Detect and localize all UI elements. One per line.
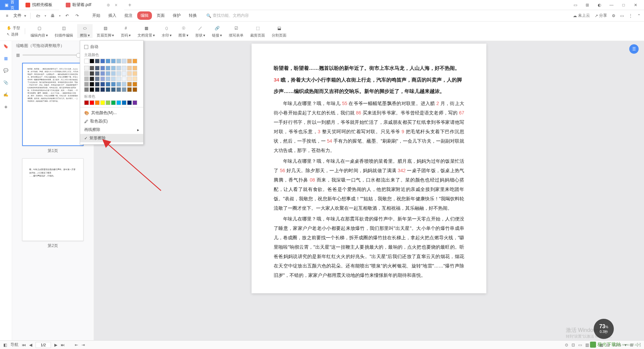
line-erase-option[interactable]: 画线擦除▸ (80, 126, 143, 134)
color-swatch[interactable] (127, 100, 132, 105)
tab-document[interactable]: 盼望着.pdf⊕× (59, 0, 124, 10)
form-button[interactable]: ☑填写表单 (226, 24, 246, 38)
color-swatch[interactable] (100, 59, 105, 63)
color-swatch[interactable] (122, 100, 126, 105)
color-swatch[interactable] (100, 77, 105, 81)
color-swatch[interactable] (132, 66, 137, 70)
color-swatch[interactable] (111, 100, 116, 105)
color-swatch[interactable] (106, 71, 110, 76)
file-menu[interactable]: 文件 (13, 13, 21, 18)
color-swatch[interactable] (122, 87, 126, 92)
color-swatch[interactable] (90, 66, 94, 70)
chevron-down-icon[interactable]: ▾ (59, 14, 61, 17)
color-swatch[interactable] (95, 82, 100, 87)
thumbnail-zoom-slider[interactable] (22, 54, 90, 56)
color-swatch[interactable] (116, 59, 121, 63)
undo-icon[interactable]: ↶ (63, 12, 71, 19)
tab-templates[interactable]: 找稻壳模板 (19, 0, 59, 10)
color-swatch[interactable] (90, 77, 94, 81)
color-swatch[interactable] (84, 100, 89, 105)
nav-toggle-icon[interactable]: ◧ (3, 343, 7, 347)
thumbnail-1[interactable]: 盼望着，盼望着……翘首以盼的新年近了。街市上车水马龙，人山人海，好不热闹。34瞧… (22, 63, 84, 154)
color-swatch[interactable] (106, 87, 110, 92)
color-swatch[interactable] (127, 77, 132, 81)
gear-icon[interactable]: ⚙ (612, 13, 615, 18)
color-swatch[interactable] (106, 100, 110, 105)
tab-edit[interactable]: 编辑 (137, 11, 152, 20)
bookmark-icon[interactable]: 🔖 (3, 43, 9, 50)
color-swatch[interactable] (116, 77, 121, 81)
auto-option[interactable]: 自动 (80, 43, 143, 51)
color-swatch[interactable] (122, 66, 126, 70)
color-swatch[interactable] (111, 77, 116, 81)
nav-label[interactable]: 导航 (10, 342, 18, 348)
tab-page[interactable]: 页面 (153, 11, 168, 20)
comment-icon[interactable]: 💬 (3, 67, 9, 74)
crop-button[interactable]: ⬚裁剪页面 (248, 24, 268, 38)
color-swatch[interactable] (100, 82, 105, 87)
fit-page-icon[interactable]: ⇥ (82, 343, 85, 347)
color-swatch[interactable] (90, 100, 94, 105)
tab-pin-icon[interactable]: ⊕ (107, 3, 110, 7)
share-button[interactable]: ↗分享 (595, 13, 607, 18)
tab-convert[interactable]: 转换 (185, 11, 200, 20)
tab-insert[interactable]: 插入 (105, 11, 120, 20)
color-swatch[interactable] (127, 82, 132, 87)
color-swatch[interactable] (95, 59, 100, 63)
floating-action-button[interactable]: ☰ (629, 44, 639, 54)
select-tool[interactable]: ↖选择 (7, 32, 20, 37)
color-swatch[interactable] (84, 59, 89, 63)
user-icon[interactable]: ◐ (595, 3, 604, 7)
color-swatch[interactable] (106, 66, 110, 70)
monitor-icon[interactable]: ▭ (620, 13, 624, 18)
color-swatch[interactable] (122, 82, 126, 87)
tab-home[interactable]: ▣首页 (0, 0, 19, 10)
color-swatch[interactable] (95, 100, 100, 105)
color-swatch[interactable] (84, 87, 89, 92)
more-icon[interactable]: ⋮ (629, 13, 633, 18)
color-swatch[interactable] (84, 71, 89, 76)
layout-icon[interactable]: ▭ (571, 3, 580, 7)
color-swatch[interactable] (111, 82, 116, 87)
color-swatch[interactable] (106, 82, 110, 87)
page-input[interactable] (36, 342, 51, 348)
last-page-icon[interactable]: ⏭ (61, 343, 65, 347)
color-swatch[interactable] (111, 71, 116, 76)
color-swatch[interactable] (95, 77, 100, 81)
color-swatch[interactable] (111, 87, 116, 92)
document-canvas[interactable]: 盼望着，盼望着……翘首以盼的新年近了。街市上车水马龙，人山人海，好不热闹。34 … (94, 41, 644, 340)
more-colors-option[interactable]: 🎨其他颜色(M)... (80, 109, 143, 117)
color-swatch[interactable] (90, 71, 94, 76)
color-swatch[interactable] (90, 87, 94, 92)
color-swatch[interactable] (100, 66, 105, 70)
color-swatch[interactable] (127, 71, 132, 76)
color-swatch[interactable] (127, 59, 132, 63)
prev-page-icon[interactable]: ◀ (29, 343, 32, 347)
tab-annotate[interactable]: 批注 (121, 11, 136, 20)
color-swatch[interactable] (116, 71, 121, 76)
next-page-icon[interactable]: ▶ (54, 343, 57, 347)
color-swatch[interactable] (132, 59, 137, 63)
tab-start[interactable]: 开始 (89, 11, 104, 20)
color-picker-option[interactable]: 🖉取色器(E) (80, 117, 143, 126)
edit-content-button[interactable]: ▢编辑内容▾ (28, 24, 51, 38)
color-swatch[interactable] (90, 59, 94, 63)
chevron-down-icon[interactable]: ▾ (45, 14, 46, 17)
color-swatch[interactable] (100, 71, 105, 76)
split-button[interactable]: ⬓分割页面 (269, 24, 289, 38)
view-mode-3-icon[interactable]: ▭ (578, 343, 582, 347)
color-swatch[interactable] (111, 59, 116, 63)
hand-tool[interactable]: ✋手型 (7, 26, 20, 31)
maximize-icon[interactable]: □ (619, 3, 628, 7)
color-swatch[interactable] (132, 71, 137, 76)
color-swatch[interactable] (111, 66, 116, 70)
grid-icon[interactable]: ⊞ (583, 3, 592, 7)
first-page-icon[interactable]: ⏮ (22, 343, 26, 347)
color-swatch[interactable] (90, 82, 94, 87)
color-swatch[interactable] (95, 66, 100, 70)
fit-width-icon[interactable]: ⇤ (75, 343, 78, 347)
thumbnail-2[interactable]: 哦，年味儿在那震耳欲聋的爆竹声中。新年第一天零点开始，人们便没了睡意……爆竹声除… (22, 158, 84, 249)
color-swatch[interactable] (95, 71, 100, 76)
color-swatch[interactable] (100, 87, 105, 92)
color-swatch[interactable] (132, 77, 137, 81)
